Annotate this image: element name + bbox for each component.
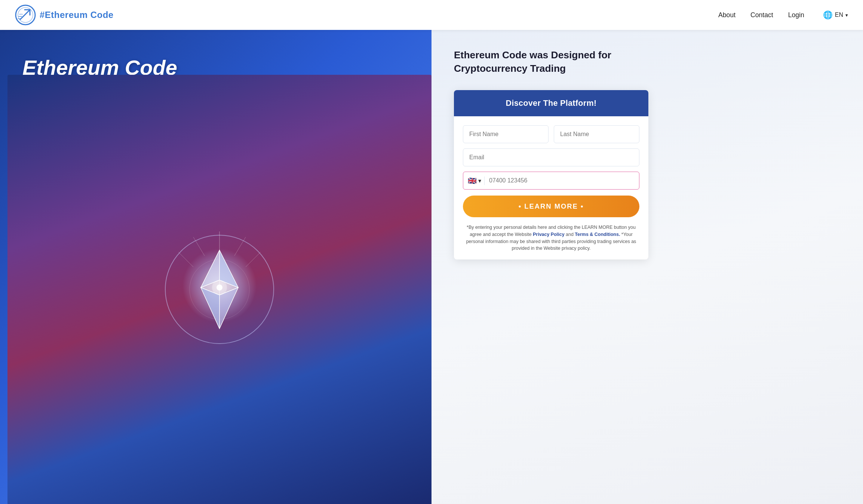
last-name-input[interactable]: [554, 125, 639, 143]
form-body: 🇬🇧 ▾ • LEARN MORE • *By entering your pe…: [454, 116, 648, 259]
header: #Ethereum Code About Contact Login 🌐 EN …: [0, 0, 863, 30]
learn-more-button[interactable]: • LEARN MORE •: [463, 196, 639, 217]
email-input[interactable]: [463, 148, 639, 166]
eth-image-bg: [7, 75, 432, 504]
form-header: Discover The Platform!: [454, 90, 648, 116]
email-row: [463, 148, 639, 166]
hero-left-panel: Ethereum Code: [0, 30, 432, 504]
phone-input[interactable]: [485, 172, 635, 189]
nav-about[interactable]: About: [718, 11, 735, 19]
svg-line-12: [178, 252, 193, 267]
logo-text: #Ethereum Code: [40, 10, 114, 20]
phone-row: 🇬🇧 ▾: [463, 172, 639, 190]
chevron-down-icon: ▾: [845, 12, 848, 18]
privacy-policy-link[interactable]: Privacy Policy: [533, 232, 565, 237]
svg-point-20: [212, 280, 227, 295]
logo-icon: [15, 4, 36, 25]
signup-form-card: Discover The Platform! 🇬🇧 ▾: [454, 90, 648, 259]
svg-line-11: [193, 237, 205, 256]
disclaimer-text: *By entering your personal details here …: [463, 224, 639, 252]
nav-contact[interactable]: Contact: [750, 11, 773, 19]
logo-area: #Ethereum Code: [15, 4, 114, 25]
hero-subtitle: Ethereum Code was Designed for Cryptocur…: [454, 49, 633, 75]
globe-icon: 🌐: [823, 10, 833, 19]
eth-image-container: [7, 75, 432, 504]
first-name-input[interactable]: [463, 125, 549, 143]
disclaimer-part2: and: [565, 232, 575, 237]
eth-logo-svg: [160, 230, 279, 349]
nav-area: About Contact Login 🌐 EN ▾: [718, 10, 848, 19]
hero-section: Ethereum Code: [0, 30, 863, 504]
lang-label: EN: [835, 12, 843, 18]
lang-selector[interactable]: 🌐 EN ▾: [823, 10, 848, 19]
svg-line-10: [246, 252, 261, 267]
phone-chevron-icon: ▾: [478, 177, 481, 184]
nav-login[interactable]: Login: [788, 11, 804, 19]
hero-right-panel: Ethereum Code was Designed for Cryptocur…: [432, 30, 863, 504]
name-row: [463, 125, 639, 143]
phone-country-selector[interactable]: 🇬🇧 ▾: [468, 176, 485, 185]
terms-link[interactable]: Terms & Conditions.: [575, 232, 620, 237]
learn-more-label: • LEARN MORE •: [519, 202, 584, 210]
eth-logo-wrapper: [160, 230, 279, 349]
flag-emoji: 🇬🇧: [468, 176, 477, 185]
svg-line-9: [234, 237, 246, 256]
